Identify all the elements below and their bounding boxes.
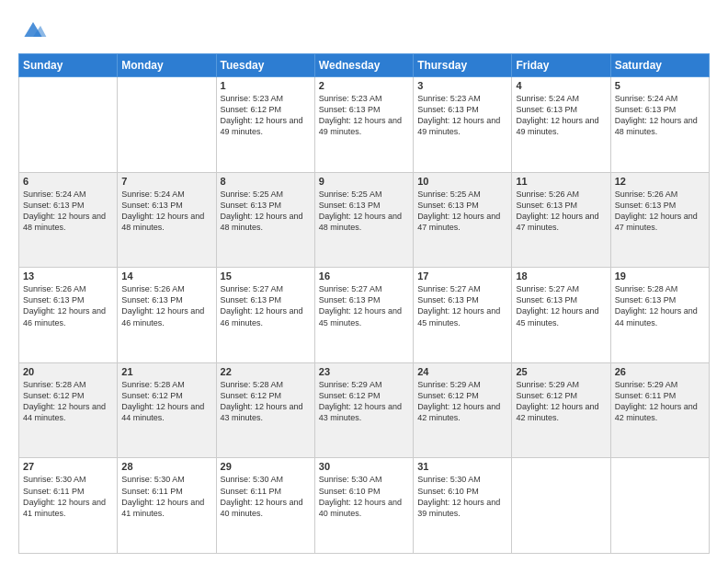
weekday-thursday: Thursday: [414, 54, 512, 77]
calendar-cell: 31Sunrise: 5:30 AMSunset: 6:10 PMDayligh…: [414, 458, 512, 554]
day-info: Sunrise: 5:30 AMSunset: 6:11 PMDaylight:…: [23, 474, 113, 519]
day-number: 19: [615, 270, 705, 282]
calendar-cell: 29Sunrise: 5:30 AMSunset: 6:11 PMDayligh…: [216, 458, 314, 554]
day-info: Sunrise: 5:28 AMSunset: 6:13 PMDaylight:…: [615, 283, 705, 328]
calendar-cell: 17Sunrise: 5:27 AMSunset: 6:13 PMDayligh…: [414, 268, 512, 363]
calendar-cell: 11Sunrise: 5:26 AMSunset: 6:13 PMDayligh…: [512, 172, 610, 268]
calendar-cell: 12Sunrise: 5:26 AMSunset: 6:13 PMDayligh…: [610, 172, 709, 268]
day-number: 27: [23, 461, 113, 472]
day-info: Sunrise: 5:26 AMSunset: 6:13 PMDaylight:…: [615, 189, 705, 234]
day-info: Sunrise: 5:24 AMSunset: 6:13 PMDaylight:…: [23, 189, 113, 234]
day-number: 21: [121, 366, 211, 377]
week-row-5: 27Sunrise: 5:30 AMSunset: 6:11 PMDayligh…: [19, 458, 710, 554]
calendar-cell: 30Sunrise: 5:30 AMSunset: 6:10 PMDayligh…: [314, 458, 413, 554]
day-number: 20: [23, 366, 113, 377]
day-number: 2: [319, 80, 409, 91]
day-info: Sunrise: 5:29 AMSunset: 6:11 PMDaylight:…: [615, 379, 705, 424]
day-number: 14: [121, 270, 211, 282]
calendar-cell: 27Sunrise: 5:30 AMSunset: 6:11 PMDayligh…: [19, 458, 118, 554]
day-info: Sunrise: 5:27 AMSunset: 6:13 PMDaylight:…: [516, 283, 606, 328]
day-number: 31: [417, 461, 507, 472]
day-info: Sunrise: 5:30 AMSunset: 6:11 PMDaylight:…: [121, 474, 211, 519]
day-info: Sunrise: 5:23 AMSunset: 6:12 PMDaylight:…: [221, 93, 311, 138]
day-number: 18: [516, 270, 606, 282]
week-row-4: 20Sunrise: 5:28 AMSunset: 6:12 PMDayligh…: [19, 362, 710, 458]
calendar-cell: [118, 77, 216, 173]
day-info: Sunrise: 5:24 AMSunset: 6:13 PMDaylight:…: [615, 93, 705, 138]
calendar-cell: 8Sunrise: 5:25 AMSunset: 6:13 PMDaylight…: [216, 172, 314, 268]
day-info: Sunrise: 5:27 AMSunset: 6:13 PMDaylight:…: [221, 283, 311, 328]
calendar-cell: 6Sunrise: 5:24 AMSunset: 6:13 PMDaylight…: [19, 172, 118, 268]
day-info: Sunrise: 5:28 AMSunset: 6:12 PMDaylight:…: [23, 379, 113, 424]
day-info: Sunrise: 5:30 AMSunset: 6:10 PMDaylight:…: [319, 474, 409, 519]
calendar-cell: 14Sunrise: 5:26 AMSunset: 6:13 PMDayligh…: [118, 268, 216, 363]
calendar-cell: 9Sunrise: 5:25 AMSunset: 6:13 PMDaylight…: [314, 172, 413, 268]
day-number: 12: [615, 176, 705, 187]
day-info: Sunrise: 5:29 AMSunset: 6:12 PMDaylight:…: [417, 379, 507, 424]
calendar-cell: 28Sunrise: 5:30 AMSunset: 6:11 PMDayligh…: [118, 458, 216, 554]
day-info: Sunrise: 5:26 AMSunset: 6:13 PMDaylight:…: [121, 283, 211, 328]
calendar-cell: 7Sunrise: 5:24 AMSunset: 6:13 PMDaylight…: [118, 172, 216, 268]
page: SundayMondayTuesdayWednesdayThursdayFrid…: [0, 0, 728, 563]
calendar-cell: [610, 458, 709, 554]
day-number: 16: [319, 270, 409, 282]
day-number: 13: [23, 270, 113, 282]
calendar-cell: 5Sunrise: 5:24 AMSunset: 6:13 PMDaylight…: [610, 77, 709, 173]
day-number: 7: [121, 176, 211, 187]
day-info: Sunrise: 5:24 AMSunset: 6:13 PMDaylight:…: [121, 189, 211, 234]
calendar-cell: 22Sunrise: 5:28 AMSunset: 6:12 PMDayligh…: [216, 362, 314, 458]
day-info: Sunrise: 5:25 AMSunset: 6:13 PMDaylight:…: [319, 189, 409, 234]
calendar-cell: 25Sunrise: 5:29 AMSunset: 6:12 PMDayligh…: [512, 362, 610, 458]
day-info: Sunrise: 5:27 AMSunset: 6:13 PMDaylight:…: [417, 283, 507, 328]
day-info: Sunrise: 5:23 AMSunset: 6:13 PMDaylight:…: [417, 93, 507, 138]
day-info: Sunrise: 5:26 AMSunset: 6:13 PMDaylight:…: [516, 189, 606, 234]
weekday-sunday: Sunday: [19, 54, 118, 77]
calendar-cell: 13Sunrise: 5:26 AMSunset: 6:13 PMDayligh…: [19, 268, 118, 363]
calendar-cell: 20Sunrise: 5:28 AMSunset: 6:12 PMDayligh…: [19, 362, 118, 458]
day-info: Sunrise: 5:28 AMSunset: 6:12 PMDaylight:…: [221, 379, 311, 424]
calendar-cell: 1Sunrise: 5:23 AMSunset: 6:12 PMDaylight…: [216, 77, 314, 173]
calendar-cell: 21Sunrise: 5:28 AMSunset: 6:12 PMDayligh…: [118, 362, 216, 458]
weekday-saturday: Saturday: [610, 54, 709, 77]
calendar-cell: [19, 77, 118, 173]
calendar-cell: 18Sunrise: 5:27 AMSunset: 6:13 PMDayligh…: [512, 268, 610, 363]
day-number: 15: [221, 270, 311, 282]
day-number: 29: [221, 461, 311, 472]
day-number: 8: [221, 176, 311, 187]
calendar-cell: 10Sunrise: 5:25 AMSunset: 6:13 PMDayligh…: [414, 172, 512, 268]
day-number: 25: [516, 366, 606, 377]
week-row-1: 1Sunrise: 5:23 AMSunset: 6:12 PMDaylight…: [19, 77, 710, 173]
weekday-wednesday: Wednesday: [314, 54, 413, 77]
calendar-cell: 19Sunrise: 5:28 AMSunset: 6:13 PMDayligh…: [610, 268, 709, 363]
day-info: Sunrise: 5:30 AMSunset: 6:11 PMDaylight:…: [221, 474, 311, 519]
day-number: 24: [417, 366, 507, 377]
day-info: Sunrise: 5:24 AMSunset: 6:13 PMDaylight:…: [516, 93, 606, 138]
day-number: 5: [615, 80, 705, 91]
calendar-cell: 15Sunrise: 5:27 AMSunset: 6:13 PMDayligh…: [216, 268, 314, 363]
day-number: 6: [23, 176, 113, 187]
calendar-cell: 4Sunrise: 5:24 AMSunset: 6:13 PMDaylight…: [512, 77, 610, 173]
calendar-cell: 24Sunrise: 5:29 AMSunset: 6:12 PMDayligh…: [414, 362, 512, 458]
day-number: 22: [221, 366, 311, 377]
week-row-2: 6Sunrise: 5:24 AMSunset: 6:13 PMDaylight…: [19, 172, 710, 268]
day-number: 23: [319, 366, 409, 377]
calendar-cell: 16Sunrise: 5:27 AMSunset: 6:13 PMDayligh…: [314, 268, 413, 363]
day-info: Sunrise: 5:29 AMSunset: 6:12 PMDaylight:…: [319, 379, 409, 424]
calendar-cell: 2Sunrise: 5:23 AMSunset: 6:13 PMDaylight…: [314, 77, 413, 173]
day-info: Sunrise: 5:25 AMSunset: 6:13 PMDaylight:…: [221, 189, 311, 234]
day-number: 3: [417, 80, 507, 91]
week-row-3: 13Sunrise: 5:26 AMSunset: 6:13 PMDayligh…: [19, 268, 710, 363]
day-number: 17: [417, 270, 507, 282]
day-info: Sunrise: 5:23 AMSunset: 6:13 PMDaylight:…: [319, 93, 409, 138]
calendar-cell: 23Sunrise: 5:29 AMSunset: 6:12 PMDayligh…: [314, 362, 413, 458]
day-number: 9: [319, 176, 409, 187]
day-number: 28: [121, 461, 211, 472]
day-number: 26: [615, 366, 705, 377]
calendar: SundayMondayTuesdayWednesdayThursdayFrid…: [18, 53, 710, 554]
logo: [18, 15, 51, 44]
day-info: Sunrise: 5:25 AMSunset: 6:13 PMDaylight:…: [417, 189, 507, 234]
day-number: 4: [516, 80, 606, 91]
day-info: Sunrise: 5:30 AMSunset: 6:10 PMDaylight:…: [417, 474, 507, 519]
calendar-cell: 26Sunrise: 5:29 AMSunset: 6:11 PMDayligh…: [610, 362, 709, 458]
calendar-cell: [512, 458, 610, 554]
